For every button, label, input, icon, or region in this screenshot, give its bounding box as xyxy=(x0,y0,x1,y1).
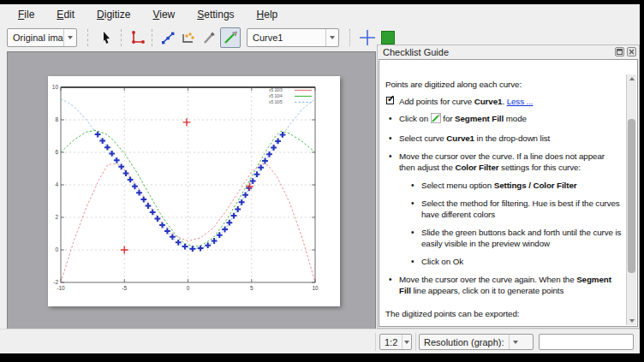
axis-point-tool-button[interactable] xyxy=(128,28,146,47)
close-panel-button[interactable] xyxy=(627,47,636,56)
background-selector-combo[interactable]: Original image xyxy=(7,28,77,47)
menu-item-edit[interactable]: Edit xyxy=(45,6,86,23)
curve-selector-combo[interactable]: Curve1 xyxy=(247,28,339,47)
checklist-substep: Click on Ok xyxy=(408,256,623,267)
statusbar-separator xyxy=(415,333,416,351)
graph-canvas[interactable]: -10-505101086420-2x5 10/3x5 10/4x5 10/5 xyxy=(7,51,376,329)
checklist-guide-panel: Checklist Guide Points are digitized alo… xyxy=(377,45,640,329)
checklist-substep: Select menu option Settings / Color Filt… xyxy=(408,180,623,191)
menu-item-view[interactable]: View xyxy=(141,6,186,23)
toolbar-separator xyxy=(152,29,153,46)
vertical-scrollbar[interactable] xyxy=(626,74,636,325)
svg-text:-5: -5 xyxy=(122,285,127,291)
crosshair-icon xyxy=(359,29,376,46)
svg-text:-2: -2 xyxy=(53,279,58,285)
curve-selector-value: Curve1 xyxy=(247,33,325,43)
svg-text:6: 6 xyxy=(55,149,58,155)
zoom-value: 1:2 xyxy=(380,337,402,347)
checklist-step: Move the cursor over the curve again. Wh… xyxy=(385,274,623,296)
svg-text:10: 10 xyxy=(312,285,319,291)
export-task: Export the points to a file. More ... xyxy=(385,325,623,326)
svg-text:x5 10/3: x5 10/3 xyxy=(269,88,283,92)
toolbar-separator xyxy=(87,29,89,46)
svg-text:-10: -10 xyxy=(57,285,65,291)
add-points-checkbox[interactable] xyxy=(386,97,394,104)
checklist-step: Move the cursor over the curve. If a lin… xyxy=(385,151,623,173)
checklist-step: Select curve Curve1 in the drop-down lis… xyxy=(385,133,623,144)
point-match-tool-button[interactable] xyxy=(179,28,198,47)
checklist-substep: Select the method for filtering. Hue is … xyxy=(408,198,623,220)
toolbar-separator xyxy=(121,29,122,46)
curve-point-tool-button[interactable] xyxy=(158,28,177,47)
float-window-icon xyxy=(617,49,623,55)
scroll-down-button[interactable] xyxy=(627,317,637,325)
less-link[interactable]: Less ... xyxy=(507,97,534,106)
checklist-step: Click on for Segment Fill mode xyxy=(385,113,623,126)
checklist-substep: Slide the green buttons back and forth u… xyxy=(408,227,623,249)
svg-text:2: 2 xyxy=(55,214,58,220)
color-picker-icon xyxy=(201,30,217,45)
svg-text:10: 10 xyxy=(52,84,59,90)
menu-bar: FileEditDigitizeViewSettingsHelp xyxy=(0,4,644,24)
svg-text:4: 4 xyxy=(55,181,58,187)
svg-text:0: 0 xyxy=(187,285,190,291)
toolbar-separator xyxy=(349,29,351,46)
checklist-intro: Points are digitized along each curve: xyxy=(385,79,623,90)
svg-text:8: 8 xyxy=(55,116,58,122)
axis-point-icon xyxy=(129,30,145,45)
digitized-plot[interactable]: -10-505101086420-2x5 10/3x5 10/4x5 10/5 xyxy=(48,76,340,306)
status-bar: 1:2 Resolution (graph): xyxy=(0,329,640,353)
panel-title-bar[interactable]: Checklist Guide xyxy=(378,45,639,59)
float-panel-button[interactable] xyxy=(615,47,624,56)
chevron-down-icon xyxy=(325,29,338,46)
point-match-icon xyxy=(181,30,196,45)
svg-text:x5 10/5: x5 10/5 xyxy=(269,100,283,104)
export-intro: The digitized points can be exported: xyxy=(385,308,623,319)
segment-fill-icon xyxy=(223,30,238,45)
crosshair-cursor-button[interactable] xyxy=(358,28,377,47)
select-tool-button[interactable] xyxy=(97,28,116,47)
zoom-combo[interactable]: 1:2 xyxy=(379,334,412,350)
cursor-arrow-icon xyxy=(98,30,114,45)
menu-item-help[interactable]: Help xyxy=(246,6,289,23)
chevron-down-icon xyxy=(402,335,411,349)
graph-image[interactable]: -10-505101086420-2x5 10/3x5 10/4x5 10/5 xyxy=(48,76,340,306)
svg-text:0: 0 xyxy=(55,246,58,252)
checklist-content: Points are digitized along each curve: A… xyxy=(379,59,638,327)
scroll-up-button[interactable] xyxy=(627,74,637,83)
svg-text:x5 10/4: x5 10/4 xyxy=(269,94,283,98)
background-selector-value: Original image xyxy=(8,33,63,43)
close-icon xyxy=(629,49,635,55)
add-points-task: Add points for curve Curve1. Less ... xyxy=(385,96,623,107)
coordinates-field[interactable] xyxy=(539,334,634,350)
curve-point-icon xyxy=(160,30,176,45)
menu-item-settings[interactable]: Settings xyxy=(186,6,245,23)
scrollbar-thumb[interactable] xyxy=(628,119,635,273)
segment-fill-icon xyxy=(431,113,441,123)
panel-title: Checklist Guide xyxy=(383,47,449,57)
svg-text:5: 5 xyxy=(250,285,253,291)
menu-item-file[interactable]: File xyxy=(7,6,45,23)
color-picker-tool-button[interactable] xyxy=(200,28,218,47)
app-window: FileEditDigitizeViewSettingsHelp Origina… xyxy=(0,4,640,353)
statusbar-separator xyxy=(375,333,376,351)
chevron-down-icon xyxy=(63,29,76,46)
chevron-down-icon xyxy=(509,335,522,349)
curve-color-swatch[interactable] xyxy=(381,31,395,45)
resolution-combo[interactable]: Resolution (graph): xyxy=(419,334,534,350)
segment-fill-tool-button[interactable] xyxy=(220,27,241,48)
resolution-label: Resolution (graph): xyxy=(420,337,509,347)
menu-item-digitize[interactable]: Digitize xyxy=(86,6,141,23)
